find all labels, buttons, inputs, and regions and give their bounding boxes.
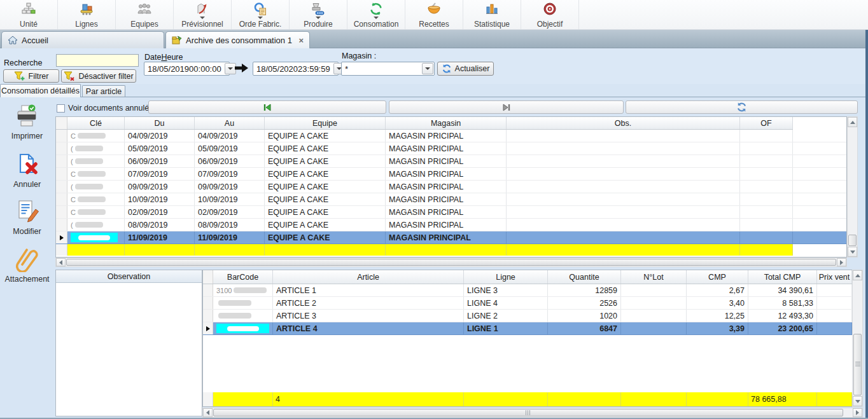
- cancel-document-icon: [15, 151, 40, 179]
- table-row[interactable]: (09/09/201909/09/2019EQUIPE A CAKEMAGASI…: [56, 181, 846, 193]
- hscroll-thumb[interactable]: [66, 259, 836, 266]
- redacted-key-fragment: (: [71, 221, 73, 229]
- filtrer-button[interactable]: Filtrer: [3, 69, 59, 83]
- row-selector: [56, 181, 67, 193]
- actualiser-button[interactable]: Actualiser: [437, 62, 494, 76]
- scroll-up-button[interactable]: [848, 117, 857, 127]
- detail-column-header-quantite[interactable]: Quantite: [548, 270, 621, 284]
- magasin-dropdown-button[interactable]: [422, 63, 433, 74]
- scroll-down-button[interactable]: [848, 247, 857, 257]
- detail-column-header-article[interactable]: Article: [273, 270, 464, 284]
- table-row[interactable]: 11/09/201911/09/2019EQUIPE A CAKEMAGASIN…: [56, 231, 846, 244]
- subtab-consomation-detailles[interactable]: Consomation détaillés: [0, 84, 81, 97]
- row-selector: [203, 297, 213, 309]
- main-column-header-equipe[interactable]: Equipe: [265, 117, 386, 129]
- summary-cell: [507, 244, 740, 256]
- table-row[interactable]: ARTICLE 2LIGNE 425263,408 581,33: [203, 297, 852, 310]
- scroll-up-button[interactable]: [853, 270, 862, 280]
- table-row[interactable]: C04/09/201904/09/2019EQUIPE A CAKEMAGASI…: [56, 130, 846, 142]
- detail-column-header-prix-vent[interactable]: Prix vent: [817, 270, 852, 284]
- table-row[interactable]: (06/09/201906/09/2019EQUIPE A CAKEMAGASI…: [56, 155, 846, 168]
- toolbar-item-statistique[interactable]: Statistique: [463, 0, 521, 29]
- vscroll-thumb[interactable]: [848, 235, 857, 246]
- goto-last-button[interactable]: [389, 100, 624, 114]
- table-row[interactable]: C10/09/201910/09/2019EQUIPE A CAKEMAGASI…: [56, 193, 846, 206]
- toolbar-item-label: Equipes: [130, 20, 158, 29]
- cell-au: 04/09/2019: [195, 130, 265, 142]
- voir-documents-checkbox[interactable]: [57, 104, 65, 113]
- scroll-left-button[interactable]: [203, 408, 213, 417]
- current-row-marker: [60, 235, 64, 240]
- sidebar-button-imprimer[interactable]: Imprimer: [0, 102, 54, 141]
- detail-column-header-ligne[interactable]: Ligne: [464, 270, 548, 284]
- table-row[interactable]: 3100ARTICLE 1LIGNE 3128592,6734 390,61: [203, 284, 852, 297]
- row-selector: [203, 322, 213, 334]
- filter-add-icon: [14, 71, 25, 81]
- cell-equipe: EQUIPE A CAKE: [265, 155, 386, 167]
- scroll-right-button[interactable]: [837, 258, 846, 266]
- tab-accueil[interactable]: Accueil: [1, 31, 164, 48]
- refresh-grid-button[interactable]: [626, 100, 858, 114]
- sidebar-button-attachement[interactable]: Attachement: [0, 245, 54, 284]
- desactiver-filter-button[interactable]: Désactiver filter: [61, 69, 136, 83]
- window-right-border: [865, 30, 868, 419]
- table-row[interactable]: (05/09/201905/09/2019EQUIPE A CAKEMAGASI…: [56, 142, 846, 155]
- scroll-right-button[interactable]: [853, 408, 862, 417]
- cell-obs: [507, 142, 740, 155]
- detail-grid-hscrollbar[interactable]: [202, 408, 863, 418]
- cell-equipe: EQUIPE A CAKE: [265, 231, 386, 244]
- date-from-field[interactable]: 18/05/2019 00:00:00: [144, 62, 230, 76]
- sidebar-button-modifier[interactable]: Modifier: [0, 198, 54, 236]
- tab-archive-consommation[interactable]: Archive des consommation 1 ×: [165, 31, 310, 48]
- tab-accueil-label: Accueil: [22, 36, 48, 45]
- detail-grid-vscrollbar[interactable]: [852, 270, 863, 407]
- main-column-header-obs[interactable]: Obs.: [507, 117, 740, 129]
- cell-n-lot: [621, 310, 687, 322]
- main-column-header-of[interactable]: OF: [740, 117, 793, 129]
- date-to-field[interactable]: 18/05/2020 23:59:59: [253, 62, 339, 76]
- refresh-icon: [736, 102, 747, 113]
- close-icon[interactable]: ×: [298, 36, 304, 45]
- scroll-left-button[interactable]: [56, 258, 66, 266]
- subtab-par-article[interactable]: Par article: [82, 85, 125, 97]
- toolbar-item-objectif[interactable]: Objectif: [521, 0, 579, 29]
- current-row-marker: [206, 326, 210, 331]
- table-row[interactable]: ARTICLE 3LIGNE 2102012,2512 493,30: [203, 310, 852, 322]
- detail-column-header-n-lot[interactable]: N°Lot: [621, 270, 687, 284]
- table-row[interactable]: C02/09/201902/09/2019EQUIPE A CAKEMAGASI…: [56, 206, 846, 219]
- table-row[interactable]: C07/09/201907/09/2019EQUIPE A CAKEMAGASI…: [56, 168, 846, 181]
- table-row[interactable]: (08/09/201908/09/2019EQUIPE A CAKEMAGASI…: [56, 219, 846, 231]
- toolbar-item-orde-fabric[interactable]: Orde Fabric.: [232, 0, 290, 29]
- main-column-header-du[interactable]: Du: [125, 117, 195, 129]
- main-column-header-magasin[interactable]: Magasin: [386, 117, 507, 129]
- scroll-down-button[interactable]: [853, 396, 862, 406]
- toolbar-item-previsionnel[interactable]: Prévisionnel: [174, 0, 232, 29]
- main-grid-header: CléDuAuEquipeMagasinObs.OF: [56, 117, 793, 130]
- detail-column-header-barcode[interactable]: BarCode: [213, 270, 273, 284]
- detail-column-header-total-cmp[interactable]: Total CMP: [748, 270, 817, 284]
- toolbar-item-produire[interactable]: Produire: [290, 0, 347, 29]
- observation-content[interactable]: [56, 283, 202, 416]
- main-grid-hscrollbar[interactable]: [55, 258, 847, 267]
- detail-column-header-cmp[interactable]: CMP: [687, 270, 748, 284]
- main-column-header-au[interactable]: Au: [195, 117, 265, 129]
- cell-of: [740, 130, 793, 142]
- main-column-header-cle[interactable]: Clé: [67, 117, 125, 129]
- goto-first-button[interactable]: [148, 100, 386, 114]
- cell-equipe: EQUIPE A CAKE: [265, 193, 386, 205]
- toolbar-item-lignes[interactable]: Lignes: [58, 0, 116, 29]
- recherche-input[interactable]: [56, 54, 139, 67]
- hscroll-thumb[interactable]: [213, 409, 843, 416]
- toolbar-item-unite[interactable]: Unité: [0, 0, 58, 29]
- toolbar-item-consomation[interactable]: Consomation: [347, 0, 405, 29]
- redacted-key: [78, 133, 106, 139]
- sidebar-button-annuler[interactable]: Annuler: [0, 151, 54, 189]
- magasin-combobox[interactable]: *: [341, 62, 435, 76]
- cell-ligne: LIGNE 4: [464, 297, 548, 309]
- main-grid-vscrollbar[interactable]: [847, 116, 858, 258]
- chevron-down-icon: [228, 67, 233, 70]
- table-row[interactable]: ARTICLE 4LIGNE 168473,3923 200,65: [203, 322, 852, 335]
- toolbar-item-recettes[interactable]: Recettes: [405, 0, 463, 29]
- vscroll-thumb[interactable]: [853, 334, 862, 395]
- toolbar-item-equipes[interactable]: Equipes: [116, 0, 174, 29]
